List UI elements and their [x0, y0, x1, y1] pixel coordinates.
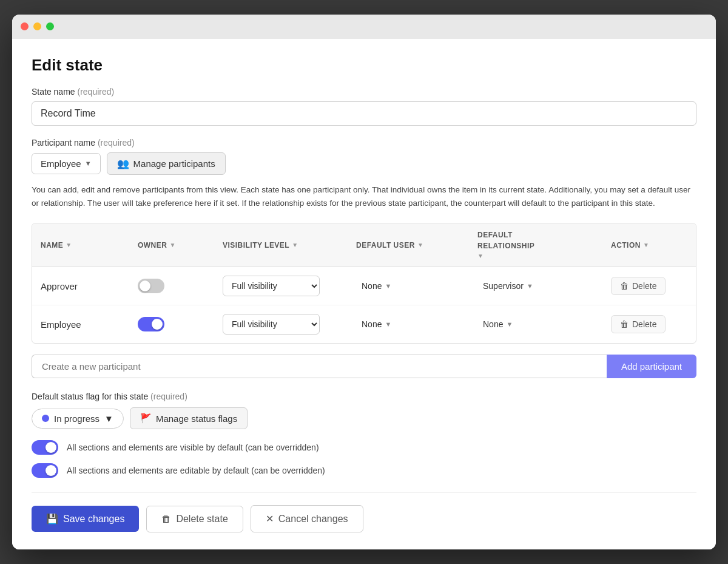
row-default-user: None ▼	[348, 270, 469, 302]
trash-icon: 🗑	[620, 319, 629, 329]
trash-icon: 🗑	[161, 514, 171, 525]
table-row: Approver Full visibility Hidden Read onl…	[32, 267, 696, 305]
save-icon: 💾	[46, 513, 58, 525]
row-owner	[129, 270, 214, 302]
editable-default-toggle[interactable]	[32, 463, 58, 478]
row-default-user: None ▼	[348, 308, 469, 341]
owner-toggle-employee[interactable]	[138, 317, 164, 331]
info-description: You can add, edit and remove participant…	[32, 183, 696, 209]
minimize-icon[interactable]	[33, 22, 41, 30]
row-default-relationship: Supervisor ▼	[469, 270, 602, 302]
toggle-slider	[138, 279, 164, 293]
chevron-down-icon: ▼	[85, 160, 92, 167]
footer-buttons: 💾 Save changes 🗑 Delete state ✕ Cancel c…	[32, 492, 696, 532]
sort-icon[interactable]: ▼	[66, 242, 72, 248]
owner-toggle-approver[interactable]	[138, 279, 164, 293]
visibility-select-employee[interactable]: Full visibility Hidden Read only	[223, 314, 320, 335]
save-button[interactable]: 💾 Save changes	[32, 506, 139, 532]
add-participant-button[interactable]: Add participant	[607, 355, 696, 378]
new-participant-input[interactable]	[32, 355, 607, 378]
state-name-input[interactable]	[32, 101, 696, 126]
col-default-user: DEFAULT USER ▼	[348, 223, 469, 267]
row-name: Employee	[32, 311, 129, 338]
cancel-button[interactable]: ✕ Cancel changes	[251, 505, 363, 532]
manage-status-flags-button[interactable]: 🚩 Manage status flags	[130, 407, 248, 429]
titlebar	[12, 15, 716, 39]
toggle-slider	[138, 317, 164, 331]
delete-state-button[interactable]: 🗑 Delete state	[146, 506, 243, 532]
row-visibility: Full visibility Hidden Read only	[214, 305, 348, 343]
status-flag-label: Default status flag for this state (requ…	[32, 392, 696, 401]
chevron-down-icon: ▼	[104, 413, 113, 424]
col-owner: OWNER ▼	[129, 223, 214, 267]
close-icon: ✕	[266, 513, 274, 525]
add-participant-row: Add participant	[32, 355, 696, 378]
state-name-label: State name (required)	[32, 87, 696, 97]
default-relationship-dropdown-employee[interactable]: None ▼	[477, 316, 518, 332]
trash-icon: 🗑	[620, 281, 629, 291]
col-name: NAME ▼	[32, 223, 129, 267]
visibility-toggle-row: All sections and elements are visible by…	[32, 440, 696, 455]
toggle-slider	[32, 463, 58, 478]
main-content: Edit state State name (required) Partici…	[12, 39, 716, 549]
close-icon[interactable]	[21, 22, 29, 30]
participant-selector-row: Employee ▼ 👥 Manage participants	[32, 152, 696, 175]
default-user-dropdown-approver[interactable]: None ▼	[356, 278, 397, 294]
status-dot-icon	[42, 415, 49, 422]
row-name: Approver	[32, 273, 129, 300]
default-relationship-dropdown-approver[interactable]: Supervisor ▼	[477, 278, 539, 294]
toggle-slider	[32, 440, 58, 455]
row-default-relationship: None ▼	[469, 308, 602, 341]
row-action: 🗑 Delete	[602, 307, 696, 342]
table-header: NAME ▼ OWNER ▼ VISIBILITY LEVEL ▼ DEFAUL…	[32, 223, 696, 267]
status-row: In progress ▼ 🚩 Manage status flags	[32, 407, 696, 429]
page-title: Edit state	[32, 56, 696, 75]
chevron-down-icon: ▼	[506, 321, 513, 328]
users-icon: 👥	[117, 158, 129, 169]
row-action: 🗑 Delete	[602, 268, 696, 304]
col-action: ACTION ▼	[602, 223, 696, 267]
sort-icon[interactable]: ▼	[169, 242, 175, 248]
default-user-dropdown-employee[interactable]: None ▼	[356, 316, 397, 332]
editable-default-label: All sections and elements are editable b…	[67, 466, 325, 475]
col-default-relationship: DEFAULT RELATIONSHIP ▼	[469, 223, 602, 267]
visibility-select-approver[interactable]: Full visibility Hidden Read only	[223, 276, 320, 296]
delete-employee-button[interactable]: 🗑 Delete	[611, 315, 666, 333]
participants-table: NAME ▼ OWNER ▼ VISIBILITY LEVEL ▼ DEFAUL…	[32, 223, 696, 344]
participant-dropdown[interactable]: Employee ▼	[32, 153, 101, 174]
sort-icon[interactable]: ▼	[643, 242, 649, 248]
maximize-icon[interactable]	[46, 22, 54, 30]
sort-icon[interactable]: ▼	[292, 242, 298, 248]
flag-icon: 🚩	[140, 413, 152, 424]
manage-participants-button[interactable]: 👥 Manage participants	[107, 152, 226, 175]
app-window: Edit state State name (required) Partici…	[12, 15, 716, 549]
chevron-down-icon: ▼	[527, 282, 533, 290]
delete-approver-button[interactable]: 🗑 Delete	[611, 277, 666, 295]
status-flag-dropdown[interactable]: In progress ▼	[32, 409, 124, 429]
status-section: Default status flag for this state (requ…	[32, 392, 696, 429]
chevron-down-icon: ▼	[385, 321, 391, 328]
row-owner	[129, 308, 214, 340]
participant-name-label: Participant name (required)	[32, 138, 696, 148]
editable-toggle-row: All sections and elements are editable b…	[32, 463, 696, 478]
sort-icon[interactable]: ▼	[477, 253, 484, 259]
col-visibility: VISIBILITY LEVEL ▼	[214, 223, 348, 267]
visibility-default-toggle[interactable]	[32, 440, 58, 455]
table-row: Employee Full visibility Hidden Read onl…	[32, 305, 696, 343]
row-visibility: Full visibility Hidden Read only	[214, 267, 348, 305]
visibility-default-label: All sections and elements are visible by…	[67, 443, 319, 452]
sort-icon[interactable]: ▼	[417, 242, 423, 248]
chevron-down-icon: ▼	[385, 282, 391, 290]
